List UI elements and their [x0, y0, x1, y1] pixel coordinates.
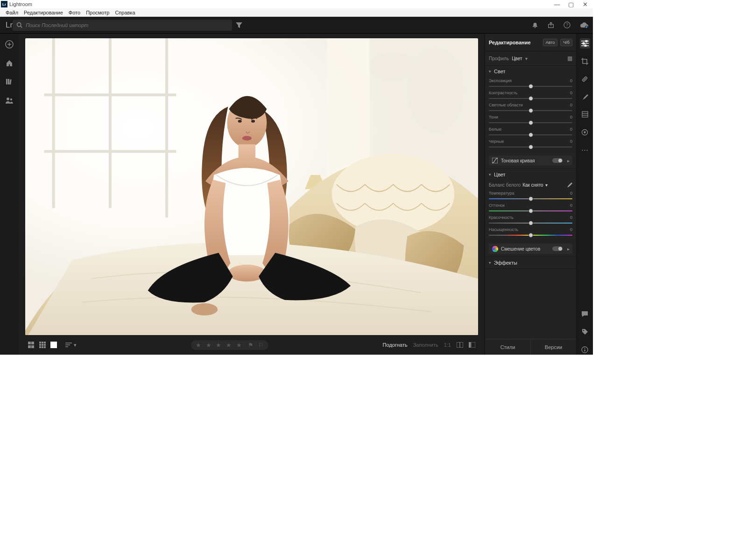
comments-icon[interactable] — [580, 309, 590, 319]
slider-contrast[interactable]: Контрастность0 — [489, 89, 572, 101]
help-icon[interactable]: ? — [564, 21, 571, 28]
close-button[interactable]: ✕ — [578, 1, 592, 8]
crop-icon[interactable] — [580, 56, 590, 66]
slider-thumb[interactable] — [529, 120, 533, 125]
people-icon[interactable] — [5, 96, 14, 105]
slider-thumb[interactable] — [529, 108, 533, 113]
menu-view[interactable]: Просмотр — [83, 10, 112, 15]
tag-icon[interactable] — [580, 327, 590, 337]
menu-edit[interactable]: Редактирование — [21, 10, 66, 15]
slider-thumb[interactable] — [529, 221, 533, 225]
sort-button[interactable]: ▾ — [65, 342, 77, 348]
photo-canvas[interactable] — [25, 38, 478, 335]
bw-button[interactable]: Ч/б — [560, 39, 572, 46]
tone-curve-row[interactable]: Тоновая кривая ▸ — [489, 155, 572, 166]
chevron-down-icon: ▾ — [489, 172, 491, 177]
edit-sliders-icon[interactable] — [580, 38, 590, 49]
slider-value: 0 — [570, 115, 572, 119]
flag-pick-icon[interactable]: ⚑ — [248, 342, 254, 349]
eyedropper-icon[interactable] — [567, 182, 572, 188]
search-input[interactable] — [13, 20, 232, 31]
slider-thumb[interactable] — [529, 233, 533, 238]
chevron-down-icon: ▾ — [525, 56, 528, 61]
linear-gradient-icon[interactable] — [580, 109, 590, 119]
info-icon[interactable] — [580, 344, 590, 355]
menu-file[interactable]: Файл — [3, 10, 21, 15]
svg-point-44 — [585, 40, 587, 42]
edit-panel-title: Редактирование — [489, 40, 540, 45]
auto-button[interactable]: Авто — [543, 39, 558, 46]
slider-exposure[interactable]: Экспозиция0 — [489, 77, 572, 89]
tab-versions[interactable]: Версии — [531, 339, 576, 355]
chevron-down-icon: ▾ — [489, 260, 491, 265]
slider-vibrance[interactable]: Красочность0 — [489, 214, 572, 226]
canvas-area: ▾ ★ ★ ★ ★ ★ ⚑ ⚐ Подогнать Заполнить 1:1 — [19, 34, 485, 355]
minimize-button[interactable]: — — [550, 1, 564, 8]
more-icon[interactable]: ⋯ — [580, 145, 590, 155]
filter-icon[interactable] — [236, 22, 242, 28]
compare-view-icon[interactable] — [457, 342, 463, 348]
slider-whites[interactable]: Белые0 — [489, 126, 572, 138]
svg-rect-37 — [469, 342, 471, 348]
share-icon[interactable] — [548, 22, 554, 28]
brush-icon[interactable] — [580, 91, 590, 102]
slider-label: Тени — [489, 115, 498, 119]
svg-marker-2 — [236, 22, 242, 28]
panel-toggle-icon[interactable] — [469, 342, 475, 348]
profile-row[interactable]: Профиль Цвет ▾ ▦ — [485, 51, 576, 66]
menu-photo[interactable]: Фото — [66, 10, 83, 15]
zoom-1to1-button[interactable]: 1:1 — [444, 342, 451, 348]
slider-label: Оттенок — [489, 203, 505, 208]
chevron-down-icon: ▾ — [489, 69, 491, 74]
section-effects-header[interactable]: ▾ Эффекты — [485, 257, 576, 268]
zoom-fit-button[interactable]: Подогнать — [383, 342, 408, 348]
slider-blacks[interactable]: Черные0 — [489, 138, 572, 150]
title-bar: Lr Lightroom — ▢ ✕ — [0, 0, 593, 8]
svg-point-59 — [585, 348, 585, 349]
healing-icon[interactable] — [580, 74, 590, 84]
window-title: Lightroom — [9, 1, 32, 7]
slider-temp[interactable]: Температура0 — [489, 189, 572, 202]
add-photos-icon[interactable] — [5, 40, 14, 49]
edit-footer-tabs: Стили Версии — [485, 339, 576, 355]
profile-browser-icon[interactable]: ▦ — [567, 55, 572, 62]
svg-point-56 — [583, 330, 584, 331]
svg-point-22 — [370, 52, 417, 81]
slider-thumb[interactable] — [529, 133, 533, 137]
slider-thumb[interactable] — [529, 209, 533, 213]
small-grid-view-button[interactable] — [39, 342, 48, 348]
slider-highlights[interactable]: Светлые области0 — [489, 101, 572, 113]
svg-point-48 — [585, 45, 586, 47]
menu-help[interactable]: Справка — [112, 10, 138, 15]
notifications-icon[interactable] — [532, 22, 538, 28]
tab-styles[interactable]: Стили — [485, 339, 530, 355]
section-color-header[interactable]: ▾ Цвет — [485, 169, 576, 180]
slider-value: 0 — [570, 91, 572, 95]
cloud-sync-icon[interactable] — [580, 22, 588, 28]
flag-reject-icon[interactable]: ⚐ — [258, 342, 264, 349]
slider-thumb[interactable] — [529, 96, 533, 101]
home-icon[interactable] — [5, 59, 14, 67]
maximize-button[interactable]: ▢ — [564, 1, 578, 8]
tone-curve-toggle[interactable] — [552, 158, 563, 163]
grid-view-button[interactable] — [28, 342, 36, 348]
library-icon[interactable] — [5, 77, 14, 86]
single-view-button[interactable] — [50, 342, 57, 348]
slider-thumb[interactable] — [529, 84, 533, 89]
slider-shadows[interactable]: Тени0 — [489, 113, 572, 126]
radial-gradient-icon[interactable] — [580, 127, 590, 137]
slider-saturation[interactable]: Насыщенность0 — [489, 226, 572, 238]
slider-tint[interactable]: Оттенок0 — [489, 202, 572, 214]
slider-thumb[interactable] — [529, 196, 533, 201]
slider-value: 0 — [570, 103, 572, 107]
section-light-header[interactable]: ▾ Свет — [485, 66, 576, 77]
zoom-fill-button[interactable]: Заполнить — [413, 342, 438, 348]
color-mixer-toggle[interactable] — [552, 246, 563, 251]
slider-thumb[interactable] — [529, 145, 533, 149]
white-balance-dropdown[interactable]: Баланс белого Как снято ▾ — [485, 180, 576, 189]
section-color: ▾ Цвет Баланс белого Как снято ▾ Темпера… — [485, 169, 576, 257]
color-mixer-row[interactable]: Смешение цветов ▸ — [489, 244, 572, 254]
slider-label: Черные — [489, 139, 504, 144]
slider-value: 0 — [570, 127, 572, 132]
rating-stars[interactable]: ★ ★ ★ ★ ★ — [196, 342, 243, 349]
